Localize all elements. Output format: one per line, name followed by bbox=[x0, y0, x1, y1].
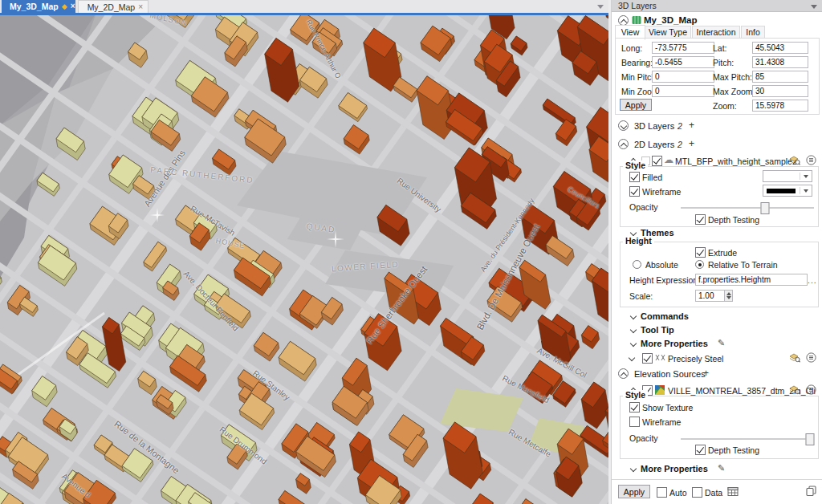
style-group-label: Style bbox=[623, 390, 648, 400]
view-apply-button[interactable]: Apply bbox=[620, 99, 652, 111]
tab-list-dropdown-icon[interactable] bbox=[597, 5, 604, 9]
wireframe-label: Wireframe bbox=[642, 417, 681, 427]
height-expression-input[interactable] bbox=[695, 274, 808, 286]
copy-icon[interactable] bbox=[806, 486, 816, 497]
collapse-2d-layers-button[interactable] bbox=[618, 139, 629, 149]
more-properties-section[interactable]: More Properties bbox=[641, 339, 708, 348]
zoom-to-layer-icon[interactable] bbox=[789, 384, 800, 395]
section-3d-layers[interactable]: 3D Layers bbox=[634, 121, 674, 131]
tooltip-section[interactable]: Tool Tip bbox=[641, 325, 674, 335]
lat-input[interactable] bbox=[752, 42, 808, 54]
layer-name[interactable]: Precisely Steel bbox=[668, 354, 723, 364]
depth-testing-label: Depth Testing bbox=[708, 215, 759, 225]
fill-color-dropdown[interactable] bbox=[763, 170, 812, 182]
panel-apply-button[interactable]: Apply bbox=[618, 485, 650, 498]
section-2d-layers[interactable]: 2D Layers bbox=[634, 140, 674, 149]
tab-interaction[interactable]: Interaction bbox=[692, 26, 740, 39]
min-zoom-input[interactable] bbox=[652, 85, 714, 97]
layer-name[interactable]: MTL_BFP_with_height_sample2 bbox=[675, 156, 797, 166]
tab-info[interactable]: Info bbox=[741, 26, 765, 39]
zoom-to-layer-icon[interactable] bbox=[789, 352, 800, 363]
show-texture-checkbox[interactable] bbox=[629, 402, 640, 413]
add-3d-layer-button[interactable]: + bbox=[689, 120, 694, 131]
opacity-slider[interactable] bbox=[681, 438, 814, 440]
lat-label: Lat: bbox=[713, 43, 727, 53]
close-tab-icon[interactable]: × bbox=[138, 3, 143, 11]
tab-view-type[interactable]: View Type bbox=[645, 26, 691, 39]
steel-layer-icon bbox=[655, 353, 665, 362]
map-render bbox=[0, 13, 608, 504]
themes-chevron[interactable] bbox=[630, 230, 637, 236]
panel-menu-icon[interactable] bbox=[811, 5, 817, 9]
spin-up-icon[interactable] bbox=[726, 292, 731, 295]
max-pitch-input[interactable] bbox=[752, 71, 808, 83]
spin-down-icon[interactable] bbox=[726, 296, 731, 299]
footer-divider bbox=[612, 479, 822, 480]
depth-testing-checkbox[interactable] bbox=[695, 445, 706, 455]
wireframe-label: Wireframe bbox=[642, 187, 681, 197]
auto-checkbox[interactable] bbox=[657, 487, 667, 498]
more-properties-chevron[interactable] bbox=[630, 465, 637, 472]
section-elevation-sources[interactable]: Elevation Sources bbox=[634, 369, 706, 379]
opacity-slider[interactable] bbox=[681, 207, 814, 209]
scale-spinner[interactable] bbox=[724, 290, 733, 302]
bearing-label: Bearing: bbox=[621, 58, 653, 67]
edit-properties-icon[interactable]: ✎ bbox=[718, 463, 725, 474]
property-tabs: View View Type Interaction Info bbox=[615, 25, 819, 39]
opacity-slider-thumb[interactable] bbox=[806, 433, 815, 445]
tab-my-3d-map[interactable]: My_3D_Map ◆ × bbox=[2, 0, 75, 13]
auto-label: Auto bbox=[669, 488, 687, 498]
active-pane-indicator bbox=[0, 13, 608, 15]
data-table-icon[interactable] bbox=[727, 486, 739, 497]
layer-count: 2 bbox=[678, 140, 682, 149]
layer-visibility-checkbox[interactable] bbox=[652, 156, 662, 166]
panel-header: 3D Layers bbox=[612, 0, 822, 12]
more-properties-section[interactable]: More Properties bbox=[641, 464, 708, 474]
max-pitch-label: Max Pitch: bbox=[713, 72, 752, 82]
close-tab-icon[interactable]: × bbox=[71, 2, 75, 10]
layer-visibility-checkbox[interactable] bbox=[642, 353, 653, 364]
layer-menu-icon[interactable] bbox=[806, 384, 816, 395]
scale-input[interactable] bbox=[695, 290, 726, 302]
tab-label: My_3D_Map bbox=[10, 2, 59, 11]
edit-properties-icon[interactable]: ✎ bbox=[718, 338, 725, 348]
panel-title: 3D Layers bbox=[618, 1, 657, 10]
zoom-to-layer-icon[interactable] bbox=[789, 155, 800, 165]
tab-my-2d-map[interactable]: My_2D_Map × bbox=[78, 0, 149, 13]
expand-layer-chevron[interactable] bbox=[629, 355, 635, 361]
expression-browse-button[interactable]: ... bbox=[808, 275, 817, 285]
max-zoom-input[interactable] bbox=[752, 85, 808, 97]
add-elevation-source-button[interactable]: + bbox=[703, 368, 709, 379]
add-2d-layer-button[interactable]: + bbox=[689, 138, 694, 149]
extrude-checkbox[interactable] bbox=[695, 247, 706, 258]
map-item-name: My_3D_Map bbox=[644, 15, 697, 25]
depth-testing-label: Depth Testing bbox=[708, 445, 759, 455]
more-properties-chevron[interactable] bbox=[630, 340, 637, 347]
depth-testing-checkbox[interactable] bbox=[695, 214, 706, 225]
layer-menu-icon[interactable] bbox=[806, 155, 816, 165]
relative-radio[interactable] bbox=[695, 260, 704, 269]
pitch-input[interactable] bbox=[752, 56, 808, 68]
map-viewport-3d[interactable]: MOLSONAvenue des PinsPARC RUTHERFORDRue … bbox=[0, 13, 608, 504]
max-zoom-label: Max Zoom: bbox=[713, 87, 755, 96]
long-input[interactable] bbox=[652, 42, 714, 54]
filled-checkbox[interactable] bbox=[629, 172, 640, 182]
commands-section[interactable]: Commands bbox=[641, 311, 689, 321]
opacity-slider-thumb[interactable] bbox=[760, 202, 769, 214]
absolute-label: Absolute bbox=[645, 260, 678, 270]
expand-3d-layers-button[interactable] bbox=[618, 120, 629, 131]
wireframe-color-dropdown[interactable] bbox=[763, 185, 812, 197]
height-group-label: Height bbox=[623, 236, 654, 246]
bearing-input[interactable] bbox=[652, 56, 714, 68]
absolute-radio[interactable] bbox=[633, 260, 641, 269]
zoom-input[interactable] bbox=[752, 100, 808, 112]
commands-chevron[interactable] bbox=[630, 313, 637, 319]
wireframe-checkbox[interactable] bbox=[629, 186, 640, 197]
modified-indicator-icon: ◆ bbox=[62, 2, 67, 10]
collapse-elevation-button[interactable] bbox=[618, 368, 629, 379]
tooltip-chevron[interactable] bbox=[630, 327, 637, 333]
layer-menu-icon[interactable] bbox=[806, 352, 816, 363]
wireframe-checkbox[interactable] bbox=[629, 417, 640, 427]
min-pitch-input[interactable] bbox=[652, 71, 714, 83]
data-checkbox[interactable] bbox=[692, 487, 702, 498]
